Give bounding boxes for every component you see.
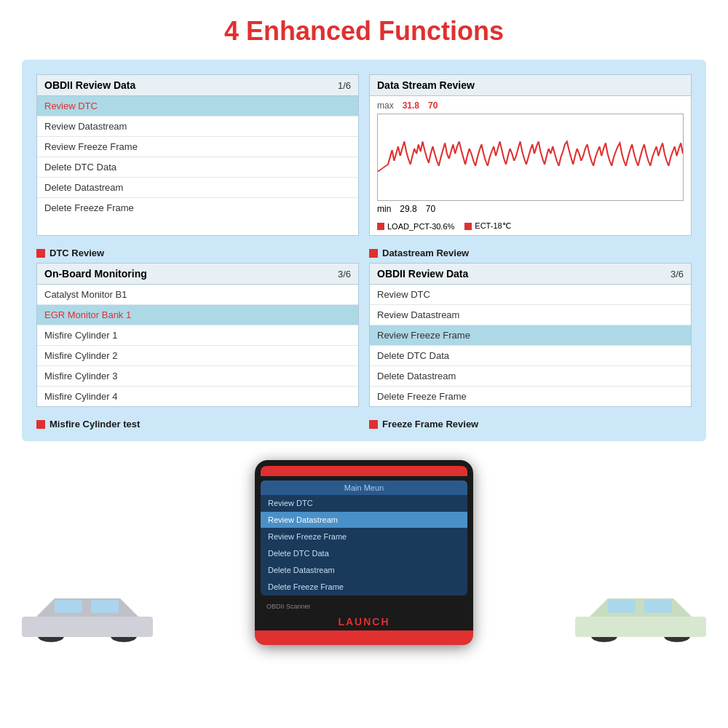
device-top-strip <box>261 466 467 476</box>
chart-meta-bottom: min 29.8 70 <box>377 204 684 214</box>
chart-meta-top: max 31.8 70 <box>377 100 684 111</box>
svg-rect-7 <box>575 617 706 637</box>
device-menu-delete-dtc[interactable]: Delete DTC Data <box>261 545 467 562</box>
panel-bottom-left-header: On-Board Monitoring 3/6 <box>37 264 358 285</box>
svg-rect-8 <box>608 600 636 613</box>
panel-top-left-header: OBDII Review Data 1/6 <box>37 75 358 96</box>
legend-item-load: LOAD_PCT-30.6% <box>377 221 454 231</box>
legend-label-ect: ECT-18℃ <box>475 221 510 231</box>
title-plain: 4 Enhanced <box>224 16 379 46</box>
panel-bottom-right-header: OBDII Review Data 3/6 <box>370 264 691 285</box>
bottom-label-row: Misfire Cylinder test Freeze Frame Revie… <box>36 411 692 431</box>
label-freeze: Freeze Frame Review <box>369 417 692 431</box>
svg-rect-3 <box>55 600 82 613</box>
svg-rect-4 <box>91 600 119 613</box>
label-text-misfire: Misfire Cylinder test <box>50 419 140 430</box>
device-menu-delete-freeze[interactable]: Delete Freeze Frame <box>261 579 467 596</box>
device-screen-header: Main Meun <box>261 480 467 495</box>
menu-item-catalyst[interactable]: Catalyst Monitor B1 <box>37 285 358 305</box>
menu-item-br-review-freeze[interactable]: Review Freeze Frame <box>370 325 691 346</box>
panel-top-right: Data Stream Review max 31.8 70 min 29.8 … <box>369 74 692 236</box>
menu-item-delete-dtc[interactable]: Delete DTC Data <box>37 157 358 178</box>
legend-sq-load <box>377 223 384 230</box>
label-text-datastream: Datastream Review <box>382 248 469 258</box>
menu-item-review-freeze[interactable]: Review Freeze Frame <box>37 137 358 157</box>
label-misfire: Misfire Cylinder test <box>36 417 359 431</box>
chart-max-label: max <box>377 100 394 111</box>
title-red: Functions <box>379 16 504 46</box>
panel-bottom-left-title: On-Board Monitoring <box>44 268 147 280</box>
panel-bottom-right: OBDII Review Data 3/6 Review DTC Review … <box>369 263 692 407</box>
menu-item-br-delete-datastream[interactable]: Delete Datastream <box>370 366 691 387</box>
device-menu-review-freeze[interactable]: Review Freeze Frame <box>261 529 467 545</box>
top-label-row: DTC Review Datastream Review <box>36 240 692 260</box>
menu-item-br-review-dtc[interactable]: Review DTC <box>370 285 691 305</box>
chart-max-val2: 70 <box>428 100 438 111</box>
panel-top-left-pagenum: 1/6 <box>338 80 351 91</box>
top-grid: OBDII Review Data 1/6 Review DTC Review … <box>36 74 692 236</box>
panel-bottom-right-title: OBDII Review Data <box>377 268 468 280</box>
panel-bottom-right-pagenum: 3/6 <box>670 269 684 280</box>
menu-item-misfire1[interactable]: Misfire Cylinder 1 <box>37 325 358 346</box>
menu-item-br-delete-dtc[interactable]: Delete DTC Data <box>370 346 691 366</box>
device-bottom-label: OBDII Scanner <box>266 603 311 610</box>
bottom-grid: On-Board Monitoring 3/6 Catalyst Monitor… <box>36 263 692 407</box>
device-menu-review-datastream[interactable]: Review Datastream <box>261 512 467 529</box>
panel-bottom-left-pagenum: 3/6 <box>338 269 351 280</box>
menu-item-delete-freeze[interactable]: Delete Freeze Frame <box>37 198 358 218</box>
menu-item-br-delete-freeze[interactable]: Delete Freeze Frame <box>370 387 691 406</box>
bottom-section: Main Meun Review DTC Review Datastream R… <box>0 448 728 645</box>
label-datastream-review: Datastream Review <box>369 246 692 260</box>
device-body: Main Meun Review DTC Review Datastream R… <box>255 460 473 645</box>
svg-rect-2 <box>22 617 153 637</box>
menu-item-egr[interactable]: EGR Monitor Bank 1 <box>37 305 358 325</box>
panel-bottom-left: On-Board Monitoring 3/6 Catalyst Monitor… <box>36 263 359 407</box>
car-right <box>568 584 713 645</box>
device-scanner: Main Meun Review DTC Review Datastream R… <box>255 460 473 645</box>
device-screen: Main Meun Review DTC Review Datastream R… <box>261 480 467 596</box>
legend-item-ect: ECT-18℃ <box>464 221 510 231</box>
label-sq-misfire <box>36 420 45 429</box>
label-dtc-review: DTC Review <box>36 246 359 260</box>
label-text-dtc: DTC Review <box>50 248 104 258</box>
device-bottom-bar: OBDII Scanner <box>261 600 467 613</box>
legend-label-load: LOAD_PCT-30.6% <box>387 222 454 231</box>
page-title: 4 Enhanced Functions <box>0 0 728 60</box>
chart-min-label: min <box>377 204 391 214</box>
chart-area: max 31.8 70 min 29.8 70 <box>370 96 691 218</box>
device-red-strip <box>255 630 473 645</box>
chart-box <box>377 114 684 201</box>
panel-top-left-title: OBDII Review Data <box>44 79 135 91</box>
label-sq-datastream <box>369 249 378 258</box>
car-left <box>15 584 160 645</box>
device-brand-label: LAUNCH <box>261 613 467 630</box>
panel-top-left: OBDII Review Data 1/6 Review DTC Review … <box>36 74 359 236</box>
menu-item-misfire4[interactable]: Misfire Cylinder 4 <box>37 387 358 406</box>
menu-item-misfire2[interactable]: Misfire Cylinder 2 <box>37 346 358 366</box>
menu-item-review-datastream[interactable]: Review Datastream <box>37 116 358 137</box>
chart-legend: LOAD_PCT-30.6% ECT-18℃ <box>370 218 691 235</box>
panel-top-right-title: Data Stream Review <box>377 79 475 91</box>
chart-min-val2: 70 <box>426 204 435 214</box>
label-sq-dtc <box>36 249 45 258</box>
main-content-bg: OBDII Review Data 1/6 Review DTC Review … <box>22 60 706 441</box>
device-screen-header-label: Main Meun <box>344 483 384 492</box>
label-sq-freeze <box>369 420 378 429</box>
legend-sq-ect <box>464 223 472 230</box>
chart-max-val1: 31.8 <box>403 100 419 111</box>
device-menu-delete-datastream[interactable]: Delete Datastream <box>261 562 467 579</box>
device-menu-review-dtc[interactable]: Review DTC <box>261 495 467 512</box>
panel-top-right-header: Data Stream Review <box>370 75 691 96</box>
menu-item-delete-datastream[interactable]: Delete Datastream <box>37 178 358 198</box>
menu-item-br-review-datastream[interactable]: Review Datastream <box>370 305 691 325</box>
svg-rect-9 <box>644 600 672 613</box>
menu-item-misfire3[interactable]: Misfire Cylinder 3 <box>37 366 358 387</box>
label-text-freeze: Freeze Frame Review <box>382 419 478 430</box>
chart-svg <box>378 114 683 200</box>
menu-item-review-dtc[interactable]: Review DTC <box>37 96 358 116</box>
chart-min-val1: 29.8 <box>400 204 416 214</box>
